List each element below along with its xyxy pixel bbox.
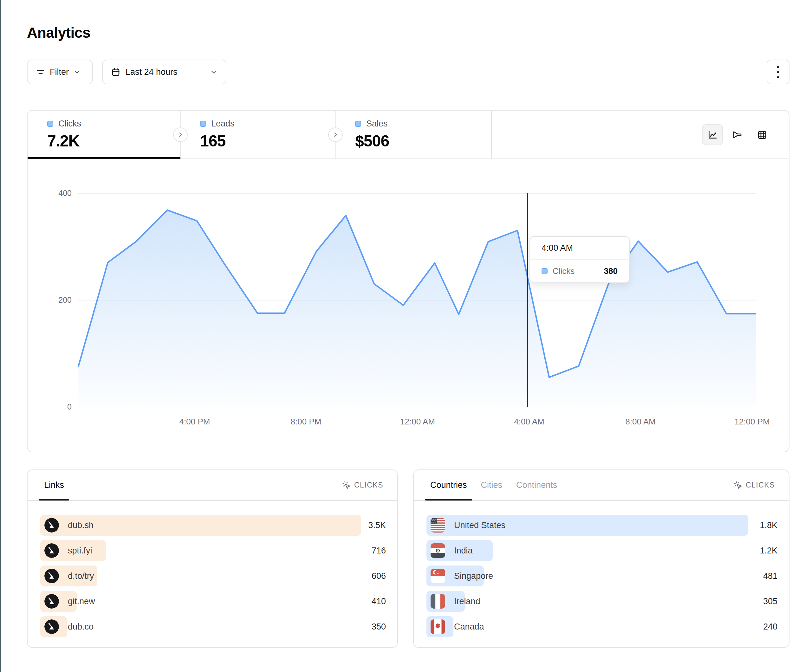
stat-label: Leads: [211, 119, 235, 129]
table-grid-icon: [757, 130, 767, 140]
flag-us-icon: [431, 518, 445, 532]
dub-logo: [44, 619, 59, 634]
cursor-click-icon: [734, 481, 742, 490]
countries-rows: United States1.8KIndia1.2KSingapore481Ir…: [426, 515, 778, 637]
expand-stat-chevron-icon[interactable]: [173, 128, 188, 142]
tooltip-time: 4:00 AM: [530, 237, 629, 260]
leads-bullet-icon: [200, 121, 206, 127]
link-row[interactable]: d.to/try606: [40, 566, 386, 587]
line-chart-view-button[interactable]: [702, 124, 723, 145]
table-grid-view-button[interactable]: [751, 124, 773, 145]
link-row[interactable]: spti.fyi716: [40, 540, 386, 561]
country-clicks-value: 1.2K: [760, 540, 778, 561]
tooltip-value: 380: [604, 266, 618, 276]
link-label: spti.fyi: [68, 546, 92, 556]
x-axis-tick-label: 12:00 PM: [734, 417, 769, 426]
page-title: Analytics: [27, 24, 90, 41]
analytics-page: Analytics Filter Last 24 hours Clicks7.2…: [0, 0, 812, 672]
analytics-card: Clicks7.2KLeads165Sales$506 4:00 AM Clic…: [27, 110, 790, 452]
link-label: d.to/try: [68, 571, 94, 581]
links-panel: LinksCLICKS dub.sh3.5Kspti.fyi716d.to/tr…: [27, 469, 398, 648]
stat-label: Clicks: [58, 119, 81, 129]
stat-value: $506: [355, 132, 491, 150]
links-rows: dub.sh3.5Kspti.fyi716d.to/try606git.new4…: [40, 515, 386, 637]
line-chart-icon: [707, 130, 718, 140]
stat-tab-leads[interactable]: Leads165: [181, 111, 336, 159]
bar-track: [426, 540, 748, 561]
links-panel-header: LinksCLICKS: [27, 470, 397, 501]
active-tab-underline: [27, 157, 181, 159]
chart-tooltip: 4:00 AM Clicks 380: [529, 236, 630, 283]
date-range-label: Last 24 hours: [126, 67, 177, 77]
clicks-series: [78, 193, 756, 407]
country-label: Singapore: [454, 571, 493, 581]
y-axis-tick-label: 400: [43, 189, 72, 198]
chevron-down-icon: [73, 68, 81, 76]
tab-countries[interactable]: Countries: [430, 480, 467, 490]
clicks-area-chart[interactable]: [78, 193, 756, 407]
x-axis-tick-label: 4:00 PM: [179, 417, 210, 426]
expand-stat-chevron-icon[interactable]: [328, 128, 343, 142]
calendar-icon: [111, 67, 121, 77]
flag-ie-icon: [431, 594, 445, 609]
country-label: Ireland: [454, 597, 480, 606]
x-axis-tick-label: 12:00 AM: [400, 417, 435, 426]
country-clicks-value: 481: [763, 566, 778, 587]
stat-value: 7.2K: [47, 132, 181, 150]
link-row[interactable]: dub.sh3.5K: [40, 515, 386, 536]
date-range-button[interactable]: Last 24 hours: [102, 60, 226, 84]
link-label: dub.sh: [68, 520, 94, 530]
clicks-series-bullet: [542, 268, 548, 274]
clicks-bullet-icon: [47, 121, 53, 127]
tab-cities[interactable]: Cities: [481, 480, 503, 490]
link-clicks-value: 716: [372, 540, 386, 561]
country-clicks-value: 305: [763, 591, 778, 612]
filter-icon: [36, 67, 45, 77]
link-clicks-value: 3.5K: [368, 515, 386, 536]
country-row[interactable]: India1.2K: [426, 540, 778, 561]
hover-ruler: [527, 193, 528, 407]
link-clicks-value: 606: [372, 566, 386, 587]
country-label: Canada: [454, 622, 484, 632]
cursor-click-icon: [342, 481, 351, 490]
link-label: dub.co: [68, 622, 94, 632]
stat-value: 165: [200, 132, 336, 150]
funnel-view-button[interactable]: [727, 124, 748, 145]
country-row[interactable]: Singapore481: [426, 566, 778, 587]
metric-toggle[interactable]: CLICKS: [342, 481, 383, 490]
sales-bullet-icon: [355, 121, 361, 127]
kebab-menu-icon: [777, 66, 780, 78]
x-axis-tick-label: 8:00 PM: [291, 417, 321, 426]
stat-tab-sales[interactable]: Sales$506: [336, 111, 491, 159]
y-axis-tick-label: 200: [43, 295, 72, 305]
x-axis-tick-label: 8:00 AM: [625, 417, 655, 426]
link-label: git.new: [68, 597, 95, 606]
window-edge-accent: [0, 0, 1, 672]
y-axis-tick-label: 0: [43, 402, 72, 411]
country-label: United States: [454, 520, 505, 530]
more-options-button[interactable]: [767, 60, 790, 84]
tab-continents[interactable]: Continents: [516, 480, 557, 490]
dub-logo: [44, 543, 59, 558]
stat-label: Sales: [366, 119, 388, 129]
x-axis-tick-label: 4:00 AM: [514, 417, 544, 426]
link-clicks-value: 350: [372, 616, 386, 637]
dub-logo: [44, 594, 59, 609]
country-row[interactable]: Ireland305: [426, 591, 778, 612]
funnel-icon: [732, 130, 742, 140]
tab-links[interactable]: Links: [44, 480, 64, 490]
chevron-down-icon: [210, 68, 218, 76]
country-row[interactable]: United States1.8K: [426, 515, 778, 536]
metric-toggle[interactable]: CLICKS: [734, 481, 775, 490]
filter-button[interactable]: Filter: [27, 60, 93, 84]
dub-logo: [44, 569, 59, 583]
flag-in-icon: [431, 543, 445, 558]
stat-tab-clicks[interactable]: Clicks7.2K: [27, 111, 181, 159]
country-clicks-value: 1.8K: [760, 515, 778, 536]
link-row[interactable]: dub.co350: [40, 616, 386, 637]
link-row[interactable]: git.new410: [40, 591, 386, 612]
metric-label: CLICKS: [746, 481, 775, 490]
country-row[interactable]: Canada240: [426, 616, 778, 637]
chart-view-switcher: [702, 124, 773, 145]
countries-panel-header: CountriesCitiesContinentsCLICKS: [414, 470, 789, 501]
